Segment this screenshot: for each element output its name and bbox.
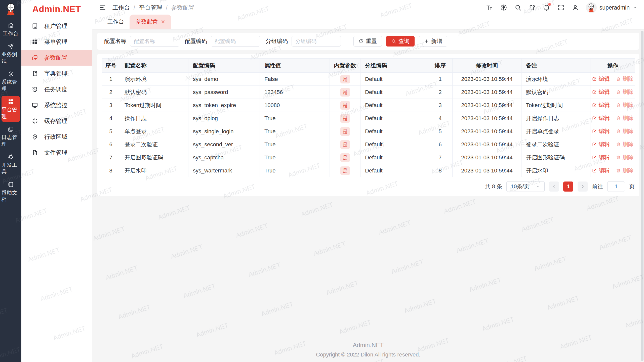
language-icon[interactable] <box>500 4 507 11</box>
notification-icon[interactable] <box>543 4 550 11</box>
refresh-icon <box>358 39 364 44</box>
building-icon <box>31 23 38 29</box>
rail-item-platform-mgmt[interactable]: 平台管理 <box>2 96 20 122</box>
font-size-icon[interactable] <box>486 4 493 11</box>
rail-item-help-docs[interactable]: 帮助文档 <box>2 179 20 205</box>
cell-value: False <box>260 73 330 86</box>
delete-button[interactable]: 删除 <box>616 101 634 109</box>
scrollbar-thumb[interactable] <box>641 31 643 361</box>
tab-param-config[interactable]: 参数配置 <box>130 15 171 29</box>
goto-page-input[interactable] <box>607 181 625 192</box>
fullscreen-icon[interactable] <box>557 4 565 11</box>
gear-icon <box>8 71 14 77</box>
notification-badge-dot <box>548 3 551 6</box>
sidebar-item-dict-mgmt[interactable]: 字典管理 <box>21 66 92 81</box>
cell-builtin: 是 <box>330 99 360 112</box>
search-icon[interactable] <box>514 4 522 11</box>
add-button[interactable]: 新增 <box>419 36 447 47</box>
app-rail: 工作台 业务测试 系统管理 平台管理 日志管理 开发工具 帮助文档 <box>0 0 21 362</box>
edit-button[interactable]: 编辑 <box>592 154 610 161</box>
cell-actions: 编辑 删除 <box>590 86 635 99</box>
filter-label: 分组编码 <box>266 37 288 45</box>
rail-item-label: 业务测试 <box>2 51 20 65</box>
filter-label: 配置名称 <box>104 37 126 45</box>
user-menu[interactable]: superadmin <box>586 2 637 13</box>
reset-button[interactable]: 重置 <box>353 36 382 47</box>
cell-builtin: 是 <box>330 151 360 164</box>
filter-config-name: 配置名称 <box>104 36 179 47</box>
cell-actions: 编辑 删除 <box>590 138 635 151</box>
current-page-button[interactable]: 1 <box>563 182 573 192</box>
cell-index: 7 <box>102 151 120 164</box>
cell-config-name: 开启图形验证码 <box>120 151 188 164</box>
edit-button[interactable]: 编辑 <box>592 167 610 174</box>
location-pin-icon <box>31 133 38 140</box>
sidebar-item-label: 参数配置 <box>44 54 67 62</box>
search-button[interactable]: 查询 <box>386 36 415 47</box>
cell-sort: 3 <box>428 99 453 112</box>
delete-button[interactable]: 删除 <box>616 154 634 161</box>
edit-button[interactable]: 编辑 <box>592 114 610 122</box>
sidebar-item-param-config[interactable]: 参数配置 <box>21 50 92 66</box>
edit-button[interactable]: 编辑 <box>592 141 610 148</box>
delete-button[interactable]: 删除 <box>616 167 634 174</box>
next-page-button[interactable] <box>578 182 588 192</box>
cell-group-code: Default <box>360 73 428 86</box>
rail-item-log-mgmt[interactable]: 日志管理 <box>2 123 20 150</box>
grid-icon <box>8 98 14 105</box>
cell-actions: 编辑 删除 <box>590 112 635 125</box>
config-name-input[interactable] <box>130 36 179 47</box>
sidebar-item-task-scheduler[interactable]: 任务调度 <box>21 81 92 97</box>
page-size-select[interactable]: 10条/页 <box>506 181 545 192</box>
delete-button[interactable]: 删除 <box>616 75 634 83</box>
close-icon[interactable] <box>161 19 165 24</box>
delete-button[interactable]: 删除 <box>616 88 634 96</box>
collapse-sidebar-icon[interactable] <box>99 4 106 11</box>
sidebar-item-cache-mgmt[interactable]: 缓存管理 <box>21 113 92 129</box>
cell-config-name: 开启水印 <box>120 164 188 177</box>
sidebar-item-system-monitor[interactable]: 系统监控 <box>21 97 92 113</box>
data-table-card: 序号 配置名称 配置编码 属性值 内置参数 分组编码 排序 修改时间 备注 操作 <box>97 54 639 196</box>
sidebar-menu: 租户管理 菜单管理 参数配置 字典管理 任务调度 系统监控 缓存管理 行政区域 <box>21 18 92 161</box>
sidebar-item-admin-region[interactable]: 行政区域 <box>21 129 92 145</box>
filter-buttons: 重置 查询 新增 <box>353 36 447 47</box>
column-header: 排序 <box>428 59 453 73</box>
builtin-badge: 是 <box>340 127 350 136</box>
delete-button[interactable]: 删除 <box>616 141 634 148</box>
theme-skin-icon[interactable] <box>529 4 536 11</box>
builtin-badge: 是 <box>340 101 350 110</box>
page-footer: Admin.NET Copyright © 2022 Dilon All rig… <box>92 342 644 358</box>
username: superadmin <box>599 4 630 11</box>
breadcrumb-separator: / <box>134 4 135 11</box>
rail-item-system-mgmt[interactable]: 系统管理 <box>2 68 20 94</box>
group-code-input[interactable] <box>292 36 341 47</box>
delete-button[interactable]: 删除 <box>616 114 634 122</box>
page-unit-label: 页 <box>629 183 635 190</box>
config-code-input[interactable] <box>211 36 260 47</box>
cell-config-code: sys_second_ver <box>188 138 260 151</box>
filter-label: 配置编码 <box>185 37 207 45</box>
breadcrumb-current: 参数配置 <box>171 4 194 12</box>
edit-button[interactable]: 编辑 <box>592 88 610 96</box>
delete-button[interactable]: 删除 <box>616 127 634 135</box>
rail-item-dev-tools[interactable]: 开发工具 <box>2 151 20 177</box>
tab-bar: 工作台 参数配置 <box>92 15 644 29</box>
sidebar-item-label: 行政区域 <box>44 133 67 141</box>
edit-button[interactable]: 编辑 <box>592 127 610 135</box>
prev-page-button[interactable] <box>549 182 559 192</box>
column-header: 配置名称 <box>120 59 188 73</box>
breadcrumb-item[interactable]: 工作台 <box>112 4 130 12</box>
sidebar-item-tenant-mgmt[interactable]: 租户管理 <box>21 18 92 34</box>
tab-workbench[interactable]: 工作台 <box>102 15 130 29</box>
breadcrumb-item[interactable]: 平台管理 <box>139 4 162 12</box>
sidebar-item-file-mgmt[interactable]: 文件管理 <box>21 145 92 161</box>
edit-button[interactable]: 编辑 <box>592 75 610 83</box>
column-header: 内置参数 <box>330 59 360 73</box>
sidebar-item-menu-mgmt[interactable]: 菜单管理 <box>21 34 92 50</box>
rail-item-business-test[interactable]: 业务测试 <box>2 40 20 67</box>
cell-actions: 编辑 删除 <box>590 99 635 112</box>
rail-item-workbench[interactable]: 工作台 <box>2 20 20 39</box>
edit-button[interactable]: 编辑 <box>592 101 610 109</box>
profile-icon[interactable] <box>572 4 579 11</box>
rail-item-label: 开发工具 <box>2 162 20 175</box>
